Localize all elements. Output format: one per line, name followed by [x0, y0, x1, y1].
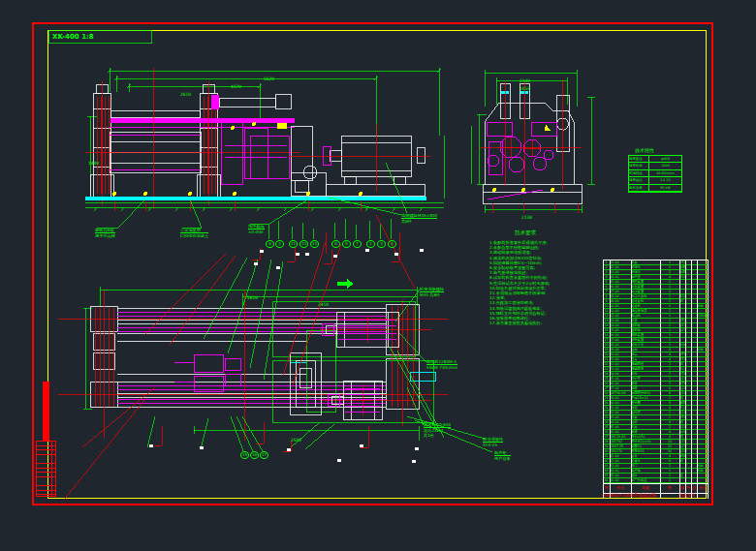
title-block-row: XK-400×1000 开炼机总图 比例1:8	[603, 493, 709, 499]
leader-annotation: 地脚螺栓M36×800共8件	[401, 213, 437, 224]
item-balloon: 7	[353, 240, 362, 248]
spec-table-row: 电机功率55 kW	[629, 185, 681, 192]
technical-notes-title: 技术要求	[515, 230, 536, 236]
dimension-label: 2130	[521, 204, 532, 223]
spec-table-title: 技术特性	[635, 147, 654, 153]
leader-annotation: 稀油润滑站XYZ-25	[483, 437, 503, 447]
leader-annotation: 减速机ZQ-650速比23.34共1台	[424, 422, 451, 438]
item-balloon: 15	[240, 451, 249, 459]
item-balloon: 5	[342, 240, 351, 248]
spec-table-row: 辊筒速比1:1.22	[629, 177, 681, 184]
micro-dim-label	[305, 253, 309, 256]
scale-box-label: XK-400 1:8	[52, 32, 149, 42]
end-view	[471, 70, 595, 213]
micro-dim-label	[287, 448, 291, 451]
leader-annotation: 电控柜用户自备	[494, 450, 511, 461]
micro-dim-label	[420, 249, 424, 252]
micro-dim-label	[337, 459, 341, 462]
item-balloon: 6	[266, 240, 274, 248]
dimension-label: 2410	[318, 291, 329, 310]
bom-table: 101-00 机架2 HT250 202-00 前辊筒1 冷硬铸铁 303-00…	[603, 260, 709, 499]
spec-table-row: 辊筒长度1000	[629, 163, 681, 169]
item-balloon: 2	[275, 240, 284, 248]
plan-view	[58, 242, 492, 500]
front-view	[85, 68, 444, 289]
leader-annotation: 垫铁共6组调平后点焊	[95, 228, 115, 238]
dimension-label: 1440	[88, 150, 99, 168]
dimension-label: 1650	[520, 76, 530, 94]
micro-dim-label	[394, 253, 398, 256]
spec-table-row: 前辊转速18.65r/min	[629, 170, 681, 177]
leader-annotation: 二次灌浆层C30细石混凝土	[180, 228, 208, 238]
item-balloon: 8	[331, 240, 340, 248]
spec-table-row: 辊筒直径φ400	[629, 156, 681, 163]
micro-dim-label	[415, 447, 419, 450]
micro-dim-label	[254, 262, 258, 265]
item-balloon: 16	[250, 451, 259, 459]
item-balloon: 14	[310, 240, 319, 248]
bom-rows: 101-00 机架2 HT250 202-00 前辊筒1 冷硬铸铁 303-00…	[603, 260, 709, 483]
leader-annotation: 机座连接螺栓M30 共8件	[420, 287, 444, 297]
item-balloon: 1	[366, 240, 375, 248]
micro-dim-label	[276, 266, 280, 269]
dimension-label: 5620	[247, 285, 258, 303]
micro-dim-label	[360, 444, 363, 447]
micro-dim-label	[200, 446, 204, 449]
technical-notes: 1.装配前所有零件必须清洗干净;2.各配合面不得有磕碰划伤;3.滚动轴承用油脂润…	[489, 240, 583, 325]
dimension-label: 4170	[231, 74, 241, 92]
dimension-label: 2610	[180, 81, 191, 100]
item-balloon: 11	[289, 240, 298, 248]
dimension-label: 2500	[291, 427, 301, 445]
micro-dim-label	[365, 249, 369, 252]
dimension-label: 5620	[264, 66, 274, 84]
micro-dim-label	[260, 250, 264, 253]
micro-dim-label	[333, 255, 337, 258]
micro-dim-label	[412, 460, 416, 463]
micro-dim-label	[296, 253, 299, 256]
leader-annotation: 电动机Y280M-455kW 740r/min	[426, 359, 457, 370]
item-balloon: 4	[388, 240, 396, 248]
item-balloon: 17	[260, 451, 268, 459]
item-balloon: 3	[377, 240, 386, 248]
revision-strip	[36, 441, 56, 497]
leader-annotation: 地坪标高±0.000	[248, 224, 265, 234]
technical-note-line: 17.未尽事宜按有关标准执行。	[489, 321, 583, 325]
cad-viewport: XK-400 1:8 技术特性 辊筒直径φ400 辊筒长度1000 前辊转速18…	[0, 0, 756, 551]
revision-bar	[43, 382, 49, 442]
spec-table: 辊筒直径φ400 辊筒长度1000 前辊转速18.65r/min 辊筒速比1:1…	[628, 155, 682, 193]
item-balloon: 13	[299, 240, 308, 248]
micro-dim-label	[149, 444, 153, 447]
